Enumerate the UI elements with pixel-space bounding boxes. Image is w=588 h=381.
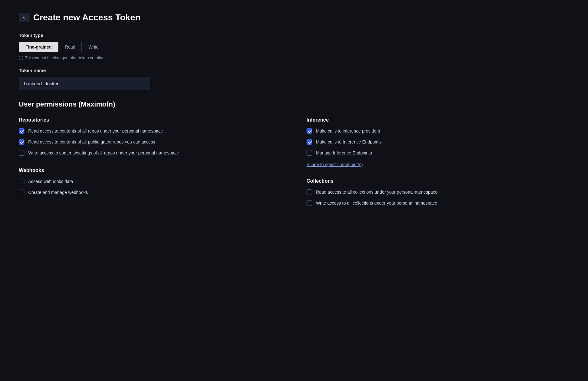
repositories-permission-section: Repositories Read access to contents of … (19, 117, 281, 156)
permission-item-collections-write-personal: Write access to all collections under yo… (307, 200, 569, 206)
checkbox-repo-write-personal[interactable] (19, 150, 24, 156)
checkbox-repo-read-public[interactable] (19, 139, 24, 145)
checkbox-inference-endpoints-calls[interactable] (307, 139, 312, 145)
checkbox-webhooks-manage[interactable] (19, 190, 24, 195)
token-type-label: Token type (19, 33, 569, 38)
right-column: Inference Make calls to inference provid… (307, 117, 569, 218)
permission-label-collections-read-personal: Read access to all collections under you… (316, 189, 437, 196)
permission-label-webhooks-manage: Create and manage webhooks (28, 189, 88, 196)
collections-section-title: Collections (307, 178, 569, 184)
page-title: Create new Access Token (33, 13, 140, 23)
permissions-grid: Repositories Read access to contents of … (19, 117, 569, 218)
token-type-info-text: This cannot be changed after token creat… (25, 55, 106, 60)
permission-label-webhooks-access: Access webhooks data (28, 178, 73, 185)
token-type-read[interactable]: Read (58, 42, 82, 52)
page-container: < Create new Access Token Token type Fin… (0, 0, 588, 230)
permission-item-inference-endpoints-calls: Make calls to Inference Endpoints (307, 139, 569, 145)
user-permissions-title: User permissions (Maximofn) (19, 100, 569, 108)
checkbox-collections-read-personal[interactable] (307, 189, 312, 195)
permission-item-repo-read-public: Read access to contents of all public ga… (19, 139, 281, 145)
permission-item-webhooks-manage: Create and manage webhooks (19, 189, 281, 196)
token-type-fine-grained[interactable]: Fine-grained (19, 42, 58, 52)
permission-label-repo-write-personal: Write access to contents/settings of all… (28, 150, 179, 156)
scope-link[interactable]: Scope to specific endpoint(s) (307, 162, 363, 167)
inference-section-title: Inference (307, 117, 569, 123)
permission-item-inference-calls: Make calls to inference providers (307, 128, 569, 134)
back-header: < Create new Access Token (19, 13, 569, 23)
webhooks-section-title: Webhooks (19, 168, 281, 173)
permission-item-collections-read-personal: Read access to all collections under you… (307, 189, 569, 196)
inference-permission-section: Inference Make calls to inference provid… (307, 117, 569, 167)
permission-label-inference-calls: Make calls to inference providers (316, 128, 380, 134)
token-name-label: Token name (19, 68, 569, 73)
permission-item-repo-write-personal: Write access to contents/settings of all… (19, 150, 281, 156)
checkbox-inference-endpoints-manage[interactable] (307, 150, 312, 156)
permission-item-webhooks-access: Access webhooks data (19, 178, 281, 185)
token-name-input[interactable] (19, 77, 150, 90)
token-type-buttons: Fine-grained Read Write (19, 42, 569, 52)
permission-item-repo-read-personal: Read access to contents of all repos und… (19, 128, 281, 134)
permission-label-inference-endpoints-manage: Manage Inference Endpoints (316, 150, 372, 156)
token-name-section: Token name (19, 68, 569, 90)
permission-label-collections-write-personal: Write access to all collections under yo… (316, 200, 437, 206)
repositories-section: Repositories Read access to contents of … (19, 117, 281, 218)
permission-label-repo-read-personal: Read access to contents of all repos und… (28, 128, 163, 134)
token-type-info: i This cannot be changed after token cre… (19, 55, 569, 60)
permission-label-inference-endpoints-calls: Make calls to Inference Endpoints (316, 139, 382, 145)
checkbox-collections-write-personal[interactable] (307, 200, 312, 206)
info-icon: i (19, 56, 23, 60)
permission-label-repo-read-public: Read access to contents of all public ga… (28, 139, 155, 145)
webhooks-permission-section: Webhooks Access webhooks data Create and… (19, 168, 281, 196)
user-permissions-section: User permissions (Maximofn) Repositories… (19, 100, 569, 218)
collections-permission-section: Collections Read access to all collectio… (307, 178, 569, 206)
token-type-section: Token type Fine-grained Read Write i Thi… (19, 33, 569, 60)
checkbox-repo-read-personal[interactable] (19, 128, 24, 134)
repositories-section-title: Repositories (19, 117, 281, 123)
checkbox-webhooks-access[interactable] (19, 179, 24, 184)
token-type-write[interactable]: Write (82, 42, 105, 52)
checkbox-inference-calls[interactable] (307, 128, 312, 134)
permission-item-inference-endpoints-manage: Manage Inference Endpoints (307, 150, 569, 156)
back-button[interactable]: < (19, 13, 29, 22)
